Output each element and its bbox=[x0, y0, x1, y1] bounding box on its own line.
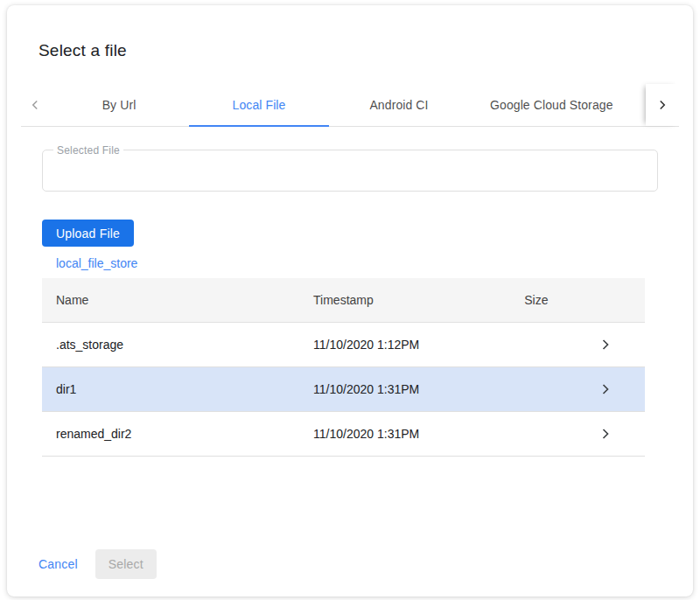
tab-label: By Url bbox=[102, 98, 136, 112]
cancel-button[interactable]: Cancel bbox=[38, 557, 78, 571]
chevron-right-icon[interactable] bbox=[597, 336, 614, 353]
file-timestamp: 11/10/2020 1:31PM bbox=[313, 382, 524, 396]
table-header-row: Name Timestamp Size bbox=[42, 278, 645, 323]
file-timestamp: 11/10/2020 1:31PM bbox=[313, 427, 524, 441]
select-file-dialog: Select a file By Url Local File Android … bbox=[7, 5, 693, 597]
chevron-left-icon bbox=[27, 97, 43, 113]
table-row[interactable]: .ats_storage 11/10/2020 1:12PM bbox=[42, 323, 645, 367]
tab-android-ci[interactable]: Android CI bbox=[329, 84, 469, 126]
upload-file-button[interactable]: Upload File bbox=[42, 220, 134, 247]
tabs-scroll-right-button[interactable] bbox=[646, 84, 679, 126]
file-timestamp: 11/10/2020 1:12PM bbox=[313, 338, 524, 352]
dialog-actions: Cancel Select bbox=[38, 549, 693, 579]
tabs-scroll-left-button[interactable] bbox=[21, 84, 49, 126]
column-header-size: Size bbox=[524, 293, 597, 307]
selected-file-input[interactable] bbox=[43, 150, 657, 191]
breadcrumb-local-file-store[interactable]: local_file_store bbox=[56, 255, 137, 271]
content-spacer bbox=[7, 457, 693, 549]
tab-bar: By Url Local File Android CI Google Clou… bbox=[21, 84, 679, 127]
tab-label: Local File bbox=[233, 98, 286, 112]
tab-by-url[interactable]: By Url bbox=[49, 84, 189, 126]
file-name: renamed_dir2 bbox=[42, 427, 313, 441]
chevron-right-icon bbox=[654, 97, 670, 113]
tab-content: Selected File Upload File local_file_sto… bbox=[42, 127, 658, 457]
chevron-right-icon[interactable] bbox=[597, 380, 614, 398]
tab-list: By Url Local File Android CI Google Clou… bbox=[49, 84, 634, 126]
column-header-name: Name bbox=[42, 293, 313, 307]
select-button[interactable]: Select bbox=[95, 549, 157, 579]
selected-file-field: Selected File bbox=[42, 150, 658, 192]
dialog-title: Select a file bbox=[38, 40, 693, 61]
tab-label: Android CI bbox=[369, 98, 428, 112]
file-name: dir1 bbox=[42, 382, 313, 396]
tab-google-cloud-storage[interactable]: Google Cloud Storage bbox=[469, 84, 634, 126]
file-name: .ats_storage bbox=[42, 338, 313, 352]
table-row[interactable]: renamed_dir2 11/10/2020 1:31PM bbox=[42, 412, 645, 457]
file-table: Name Timestamp Size .ats_storage 11/10/2… bbox=[42, 278, 645, 457]
tab-local-file[interactable]: Local File bbox=[189, 84, 329, 126]
tab-label: Google Cloud Storage bbox=[490, 98, 613, 112]
column-header-timestamp: Timestamp bbox=[313, 293, 524, 307]
chevron-right-icon[interactable] bbox=[597, 425, 614, 443]
selected-file-label: Selected File bbox=[53, 144, 123, 157]
table-row[interactable]: dir1 11/10/2020 1:31PM bbox=[42, 367, 645, 412]
